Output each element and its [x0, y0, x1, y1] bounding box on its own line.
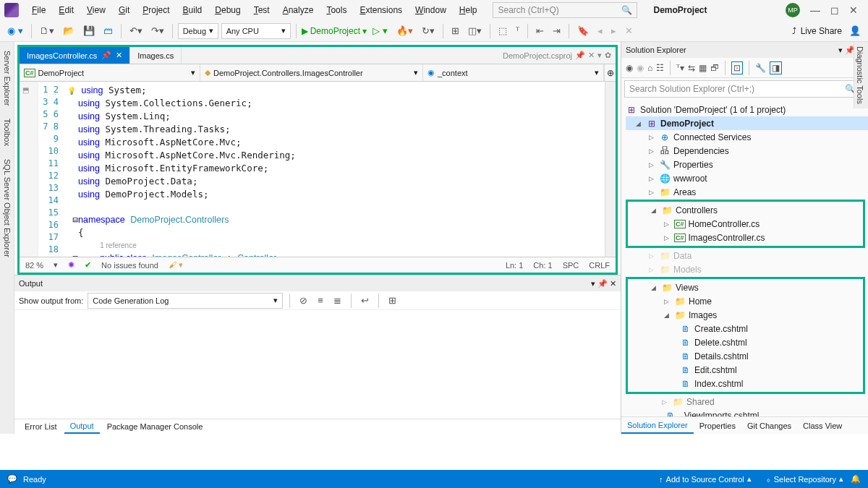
char-indicator[interactable]: Ch: 1: [533, 261, 552, 270]
menu-debug[interactable]: Debug: [209, 2, 246, 18]
doc-menu-icon[interactable]: ▾: [597, 51, 602, 60]
redo-button[interactable]: ↷▾: [148, 24, 167, 38]
menu-extensions[interactable]: Extensions: [354, 2, 408, 18]
sol-collapse-icon[interactable]: ⇆: [688, 63, 695, 73]
tb-icon-3[interactable]: ᵀ: [513, 24, 522, 38]
nav-project-dropdown[interactable]: C# DemoProject▾: [20, 64, 200, 81]
dependencies-node[interactable]: ▷品Dependencies: [626, 144, 868, 158]
solution-search-input[interactable]: Search Solution Explorer (Ctrl+;)🔍▾: [624, 80, 865, 98]
edit-cshtml-file[interactable]: 🗎Edit.cshtml: [628, 363, 863, 377]
preview-close-icon[interactable]: ✕: [588, 51, 595, 60]
output-content[interactable]: [14, 310, 621, 419]
hot-reload-button[interactable]: 🔥▾: [393, 24, 416, 38]
global-search-input[interactable]: Search (Ctrl+Q) 🔍: [493, 2, 637, 18]
menu-help[interactable]: Help: [454, 2, 483, 18]
brush-icon[interactable]: 🖌 ▾: [169, 260, 183, 270]
create-cshtml-file[interactable]: 🗎Create.cshtml: [628, 322, 863, 335]
bookmark-clear[interactable]: ✕: [622, 24, 636, 38]
doc-gear-icon[interactable]: ✿: [605, 51, 611, 60]
split-editor-button[interactable]: ⊕: [604, 64, 616, 81]
toolbox-tab[interactable]: Toolbox: [1, 114, 13, 150]
add-to-source-control-button[interactable]: ↑ Add to Source Control ▴: [652, 474, 759, 484]
diagnostic-tools-tab[interactable]: Diagnostic Tools: [854, 42, 866, 108]
menu-test[interactable]: Test: [248, 2, 276, 18]
models-node[interactable]: ▷📁Models: [626, 262, 868, 276]
health-icon[interactable]: ✺: [68, 260, 75, 270]
details-cshtml-file[interactable]: 🗎Details.cshtml: [628, 349, 863, 363]
sol-showall-icon[interactable]: ▦: [699, 63, 707, 73]
wwwroot-node[interactable]: ▷🌐wwwroot: [626, 171, 868, 185]
platform-dropdown[interactable]: Any CPU▾: [221, 23, 291, 39]
start-debug-button[interactable]: ▶ DemoProject ▾: [302, 26, 367, 36]
controllers-node[interactable]: ◢📁Controllers: [628, 203, 863, 217]
output-source-dropdown[interactable]: Code Generation Log▾: [88, 293, 283, 309]
admin-icon[interactable]: 👤: [846, 24, 864, 38]
live-share-button[interactable]: Live Share: [801, 26, 842, 36]
menu-file[interactable]: File: [26, 2, 51, 18]
tab-package-manager[interactable]: Package Manager Console: [101, 420, 209, 433]
sbtab-solution-explorer[interactable]: Solution Explorer: [621, 418, 694, 434]
start-without-debug-button[interactable]: ▷ ▾: [370, 24, 391, 38]
tb-icon-2[interactable]: ⬚: [495, 24, 510, 38]
views-images-node[interactable]: ◢📁Images: [628, 308, 863, 322]
output-extra-button[interactable]: ⊞: [386, 294, 399, 307]
output-close-icon[interactable]: ✕: [610, 279, 616, 288]
sol-refresh-icon[interactable]: 🗗: [710, 63, 719, 73]
views-node[interactable]: ◢📁Views: [628, 281, 863, 294]
user-avatar[interactable]: MP: [786, 3, 800, 17]
menu-git[interactable]: Git: [113, 2, 135, 18]
sol-preview-icon[interactable]: ◨: [770, 61, 782, 74]
menu-project[interactable]: Project: [137, 2, 175, 18]
editor-scrollbar[interactable]: [605, 82, 616, 257]
zoom-level[interactable]: 82 %: [25, 261, 43, 270]
views-home-node[interactable]: ▷📁Home: [628, 294, 863, 308]
sol-wrench-icon[interactable]: 🔧: [755, 63, 766, 73]
sbtab-class-view[interactable]: Class View: [797, 419, 848, 433]
solution-tree[interactable]: ⊞Solution 'DemoProject' (1 of 1 project)…: [621, 100, 868, 416]
output-clear-button[interactable]: ⊘: [297, 294, 310, 307]
tab-output[interactable]: Output: [64, 419, 100, 434]
output-toggle-2[interactable]: ≣: [331, 294, 344, 307]
bookmark-next[interactable]: ▸: [608, 24, 619, 38]
code-content[interactable]: 💡 using System; using System.Collections…: [63, 82, 605, 257]
data-node[interactable]: ▷📁Data: [626, 249, 868, 262]
sol-fwd-icon[interactable]: ◉: [637, 63, 644, 73]
save-button[interactable]: 💾: [80, 24, 98, 38]
sol-back-icon[interactable]: ◉: [626, 63, 633, 73]
sol-sync-icon[interactable]: ☷: [656, 63, 664, 73]
sol-view-icon[interactable]: ⊡: [731, 61, 743, 74]
menu-analyze[interactable]: Analyze: [277, 2, 320, 18]
sol-filter-icon[interactable]: ᵀ▾: [676, 63, 684, 73]
delete-cshtml-file[interactable]: 🗎Delete.cshtml: [628, 335, 863, 349]
notifications-icon[interactable]: 🔔: [851, 474, 861, 484]
maximize-icon[interactable]: ◻: [830, 4, 839, 16]
bookmark-button[interactable]: 🔖: [574, 24, 592, 38]
connected-services-node[interactable]: ▷⊕Connected Services: [626, 130, 868, 144]
sbtab-properties[interactable]: Properties: [694, 419, 741, 433]
imagescontroller-file[interactable]: ▷C#ImagesController.cs: [628, 231, 863, 244]
areas-node[interactable]: ▷📁Areas: [626, 185, 868, 199]
tab-error-list[interactable]: Error List: [19, 420, 63, 433]
nav-class-dropdown[interactable]: ◆ DemoProject.Controllers.ImagesControll…: [200, 64, 423, 81]
indent-button[interactable]: ⇥: [550, 24, 563, 38]
preview-pin-icon[interactable]: 📌: [575, 51, 585, 60]
menu-edit[interactable]: Edit: [53, 2, 80, 18]
select-repository-button[interactable]: ⬨ Select Repository ▴: [759, 474, 851, 484]
tab-imagescontroller[interactable]: ImagesController.cs📌✕: [20, 47, 130, 64]
index-cshtml-file[interactable]: 🗎Index.cshtml: [628, 377, 863, 390]
server-explorer-tab[interactable]: Server Explorer: [1, 46, 13, 110]
new-item-button[interactable]: 🗋▾: [37, 24, 57, 38]
menu-build[interactable]: Build: [177, 2, 208, 18]
code-editor[interactable]: ⬒ 1 2 3 4 5 6 7 8 9 10 11 12 13 14 15 16…: [20, 82, 616, 257]
open-button[interactable]: 📂: [60, 24, 77, 38]
indent-indicator[interactable]: SPC: [563, 261, 579, 270]
close-tab-icon[interactable]: ✕: [116, 51, 122, 60]
output-pin-icon[interactable]: 📌: [597, 279, 608, 288]
pin-icon[interactable]: 📌: [101, 51, 111, 60]
eol-indicator[interactable]: CRLF: [589, 261, 610, 270]
feedback-icon[interactable]: 💬: [7, 474, 17, 484]
tab-images[interactable]: Images.cs: [130, 47, 182, 64]
tb-icon-1[interactable]: ◫▾: [465, 24, 485, 38]
shared-node[interactable]: ▷📁Shared: [626, 395, 868, 408]
nav-back-button[interactable]: ◉ ▾: [4, 24, 26, 38]
